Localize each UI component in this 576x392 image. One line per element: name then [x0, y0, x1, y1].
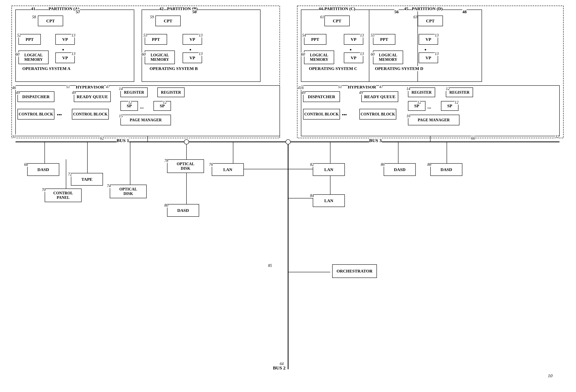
ppt-d: PPT [373, 34, 395, 45]
dots-d: • [425, 47, 426, 53]
dasd-68-ref: 68 [24, 162, 28, 167]
dasd-86-ref: 86 [381, 162, 385, 167]
control-panel-70: CONTROLPANEL [45, 188, 82, 202]
lan-84-ref: 84 [310, 193, 314, 198]
dots-a: • [62, 47, 64, 53]
hv-left-outer-ref: 46 [12, 86, 16, 90]
orchestrator-85: ORCHESTRATOR [332, 264, 377, 278]
ppt-a-ref: 52 [17, 33, 21, 37]
vp-b-bot-ref: 13 [199, 52, 203, 56]
cpt-a: CPT [38, 16, 63, 26]
vp-c-bot-ref: 13 [360, 52, 364, 56]
vp-d-top-ref: 13 [435, 33, 439, 37]
dasd-86: DASD [384, 163, 416, 176]
pm-left-ref: 15 [119, 114, 123, 118]
cpt-c: CPT [324, 16, 350, 26]
connection-lines [0, 0, 576, 392]
dots-sp-left: ... [140, 104, 144, 110]
partition-d-label: PARTITION (D) [412, 6, 443, 11]
hv-left-num: 51 [66, 85, 70, 89]
lan-84: LAN [313, 194, 345, 207]
dispatcher-left: DISPATCHER [18, 91, 54, 102]
dasd-68: DASD [27, 163, 59, 176]
hv-right-label: HYPERVISOR [348, 85, 376, 90]
cpt-a-ref: 58 [32, 15, 36, 19]
partition-b-ref: 42 [159, 6, 164, 11]
dasd-88-ref: 88 [427, 162, 431, 167]
register-right-1: REGISTER [408, 88, 435, 97]
dasd-80-ref: 80 [164, 203, 168, 208]
dasd-80: DASD [167, 204, 199, 217]
od-78-ref: 78 [164, 158, 168, 163]
hv-left-label: HYPERVISOR [76, 85, 104, 90]
dots-b: • [189, 47, 191, 53]
dots-c: • [350, 47, 352, 53]
dasd-88: DASD [430, 163, 462, 176]
dots-cb-left: ••• [57, 112, 62, 117]
cpt-d-ref: 63 [413, 15, 417, 19]
vp-c-top-ref: 13 [360, 33, 364, 37]
os-c-label: OPERATING SYSTEM C [309, 66, 357, 71]
cb-left-1: CONTROL BLOCK [18, 109, 54, 120]
diagram: 41 PARTITION (A) 57 CPT 58 PPT 52 VP 13 … [0, 0, 576, 392]
vp-a-top-ref: 13 [71, 33, 75, 37]
ready-queue-left: READY QUEUE [74, 91, 111, 102]
sp-right-1: SP [408, 101, 426, 111]
lan-76: LAN [212, 163, 244, 176]
bus3-ref: 66 [471, 136, 475, 141]
left-outer-ref: 31 [12, 134, 16, 139]
vp-b-top-ref: 13 [199, 33, 203, 37]
partition-d-ref: 45 [404, 6, 408, 11]
ppt-d-ref: 55 [371, 33, 374, 37]
register-left-2: REGISTER [157, 88, 185, 97]
ppt-c-ref: 54 [302, 33, 306, 37]
right-outer-ref: 32 [555, 134, 559, 139]
dispatcher-right: DISPATCHER [303, 91, 340, 102]
optical-disk-78: OPTICALDISK [167, 159, 204, 173]
tape-72: TAPE [71, 173, 103, 186]
reg-right-1-ref: 14 [406, 87, 410, 91]
sp-right-ref: 12 [417, 100, 421, 105]
bus3-label: BUS 3 [369, 138, 382, 143]
hv-right-num: 51 [338, 85, 342, 89]
ready-queue-right: READY QUEUE [361, 91, 398, 102]
cpt-c-ref: 61 [320, 15, 324, 19]
ppt-b: PPT [145, 34, 167, 45]
lm-d-ref: 60 [371, 52, 374, 57]
cpt-d: CPT [418, 16, 443, 26]
orch-ref: 85 [268, 263, 272, 268]
partition-d-inner-ref: 48 [462, 9, 467, 14]
cp-70-ref: 70 [42, 187, 46, 192]
ppt-b-ref: 53 [143, 33, 147, 37]
svg-point-27 [286, 140, 290, 144]
dots-cb-right: ••• [342, 112, 347, 117]
od-74-ref: 74 [107, 184, 111, 188]
os-a-label: OPERATING SYSTEM A [22, 66, 71, 71]
rq-left-ref: 49 [72, 90, 76, 95]
lm-b-ref: 60 [142, 52, 146, 57]
vp-a-bot-ref: 13 [71, 52, 75, 56]
vp-d-bot-ref: 13 [435, 52, 439, 56]
partition-c-label: PARTITION (C) [324, 6, 355, 11]
tape-72-ref: 72 [68, 172, 72, 177]
dispatcher-left-ref: 49 [16, 90, 20, 95]
optical-disk-74: OPTICALDISK [110, 185, 147, 198]
partition-a-label: PARTITION (A) [49, 6, 79, 11]
logical-memory-b: LOGICALMEMORY [145, 51, 175, 64]
svg-rect-6 [16, 86, 280, 136]
register-right-2: REGISTER [446, 88, 473, 97]
cpt-b-ref: 59 [150, 15, 154, 19]
lm-c-ref: 60 [301, 52, 305, 57]
reg-right-2-ref: 12 [446, 87, 450, 91]
cpt-b: CPT [155, 16, 181, 26]
sp-left-2: SP [153, 101, 171, 111]
hv-right-outer-ref: 416 [298, 86, 304, 90]
logical-memory-d: LOGICALMEMORY [373, 51, 403, 64]
partition-a-ref: 41 [31, 6, 35, 11]
bus2-label: BUS 2 [273, 365, 286, 371]
logical-memory-c: LOGICALMEMORY [304, 51, 334, 64]
cb-right-2: CONTROL BLOCK [359, 109, 396, 120]
sp-left-2-ref: 12 [163, 100, 167, 105]
dispatcher-right-ref: 49 [301, 90, 305, 95]
ref-10: 10 [548, 373, 552, 378]
